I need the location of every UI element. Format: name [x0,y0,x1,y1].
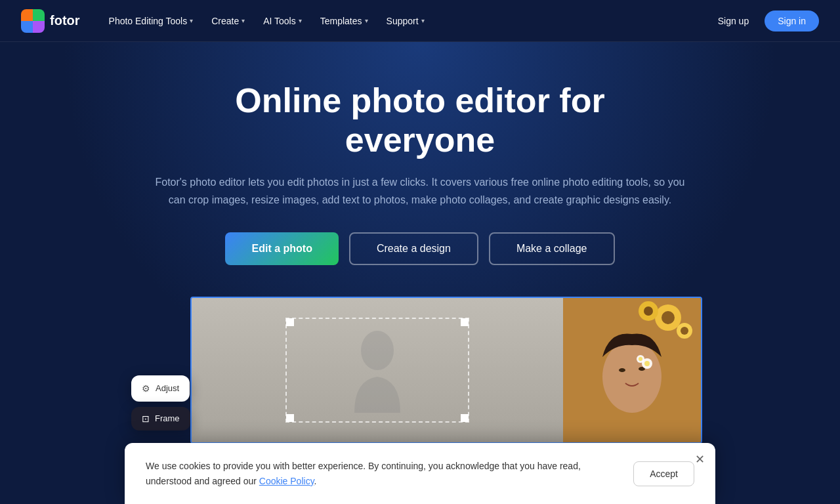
chevron-down-icon: ▾ [365,17,368,24]
person-silhouette [348,327,407,413]
logo[interactable]: fotor [21,9,80,33]
preview-wrapper: ⚙ Adjust ⊡ Frame [190,297,702,444]
frame-panel: ⊡ Frame [131,407,190,430]
logo-text: fotor [50,13,80,28]
svg-point-12 [644,361,650,366]
chevron-down-icon: ▾ [190,17,193,24]
svg-point-9 [619,368,625,372]
navbar: fotor Photo Editing Tools ▾ Create ▾ AI … [0,0,840,42]
nav-item-ai-tools[interactable]: AI Tools ▾ [255,10,310,32]
cookie-banner: ✕ We use cookies to provide you with bet… [125,443,715,504]
nav-item-photo-editing[interactable]: Photo Editing Tools ▾ [101,10,201,32]
nav-item-create[interactable]: Create ▾ [203,10,253,32]
svg-point-5 [644,306,653,316]
adjust-label: Adjust [156,383,179,393]
nav-menu: Photo Editing Tools ▾ Create ▾ AI Tools … [101,10,710,32]
sliders-icon: ⚙ [142,383,150,394]
cookie-message: We use cookies to provide you with bette… [146,459,618,488]
chevron-down-icon: ▾ [299,17,302,24]
cookie-close-button[interactable]: ✕ [695,453,705,465]
create-design-button[interactable]: Create a design [349,232,478,265]
frame-icon: ⊡ [142,413,150,424]
svg-point-7 [681,327,688,335]
cookie-policy-link[interactable]: Cookie Policy [259,476,314,486]
nav-auth: Sign up Sign in [710,10,819,32]
hero-section: Online photo editor for everyone Fotor's… [0,42,840,470]
frame-label: Frame [155,413,180,423]
svg-point-3 [662,311,675,324]
svg-point-14 [639,357,642,361]
logo-icon [21,9,45,33]
svg-point-8 [602,341,662,413]
nav-item-templates[interactable]: Templates ▾ [312,10,376,32]
nav-item-support[interactable]: Support ▾ [379,10,432,32]
hero-buttons: Edit a photo Create a design Make a coll… [225,232,614,265]
chevron-down-icon: ▾ [421,17,425,24]
selection-box [285,318,469,423]
edit-photo-button[interactable]: Edit a photo [225,232,338,265]
adjust-panel: ⚙ Adjust [131,375,190,402]
svg-point-0 [361,331,394,370]
hero-title: Online photo editor for everyone [158,81,682,160]
accept-button[interactable]: Accept [633,461,694,486]
preview-right-panel [563,298,701,442]
preview-right-content [563,298,701,442]
signup-button[interactable]: Sign up [710,10,757,32]
signin-button[interactable]: Sign in [765,10,819,32]
floral-photo [563,298,701,442]
make-collage-button[interactable]: Make a collage [489,232,615,265]
chevron-down-icon: ▾ [242,17,245,24]
preview-area [190,297,702,444]
preview-left-panel [192,298,563,442]
hero-description: Fotor's photo editor lets you edit photo… [148,173,692,209]
